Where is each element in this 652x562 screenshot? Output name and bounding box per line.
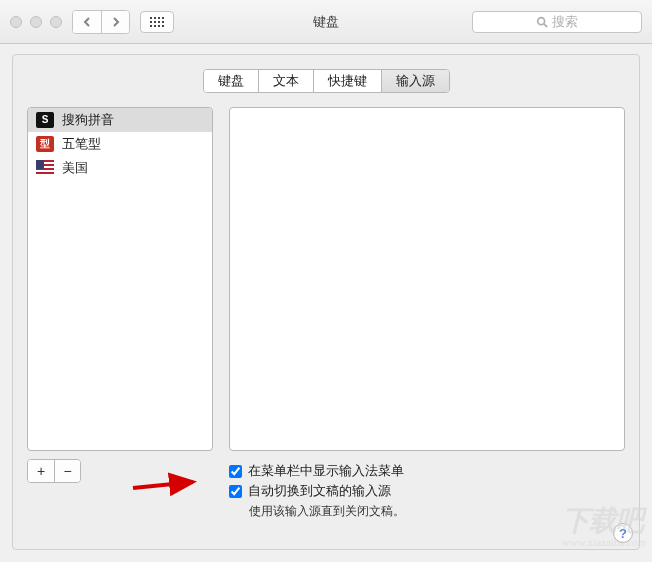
keyboard-preview — [229, 107, 625, 451]
tab-keyboard[interactable]: 键盘 — [204, 70, 258, 92]
toolbar: 键盘 搜索 — [0, 0, 652, 44]
sogou-icon: S — [36, 112, 54, 128]
auto-switch-help: 使用该输入源直到关闭文稿。 — [249, 503, 625, 520]
input-source-list[interactable]: S搜狗拼音型五笔型美国 — [27, 107, 213, 451]
search-placeholder: 搜索 — [552, 13, 578, 31]
tab-shortcuts[interactable]: 快捷键 — [313, 70, 381, 92]
auto-switch-label: 自动切换到文稿的输入源 — [248, 482, 391, 500]
tab-text[interactable]: 文本 — [258, 70, 313, 92]
add-remove-group: + − — [27, 459, 81, 483]
tabs-bar: 键盘文本快捷键输入源 — [27, 69, 625, 93]
back-button[interactable] — [73, 11, 101, 33]
wubi-icon: 型 — [36, 136, 54, 152]
chevron-left-icon — [82, 17, 92, 27]
auto-switch-checkbox[interactable] — [229, 485, 242, 498]
nav-back-forward — [72, 10, 130, 34]
traffic-lights — [10, 16, 62, 28]
help-button[interactable]: ? — [613, 523, 633, 543]
search-icon — [536, 16, 548, 28]
show-input-menu-checkbox[interactable] — [229, 465, 242, 478]
input-source-label: 搜狗拼音 — [62, 111, 114, 129]
tab-input[interactable]: 输入源 — [381, 70, 449, 92]
show-input-menu-label: 在菜单栏中显示输入法菜单 — [248, 462, 404, 480]
search-field[interactable]: 搜索 — [472, 11, 642, 33]
grid-icon — [150, 17, 164, 27]
close-window-button[interactable] — [10, 16, 22, 28]
minimize-window-button[interactable] — [30, 16, 42, 28]
svg-point-0 — [538, 17, 545, 24]
input-source-row[interactable]: 型五笔型 — [28, 132, 212, 156]
input-source-label: 五笔型 — [62, 135, 101, 153]
show-input-menu-row[interactable]: 在菜单栏中显示输入法菜单 — [229, 461, 625, 481]
auto-switch-row[interactable]: 自动切换到文稿的输入源 — [229, 481, 625, 501]
forward-button[interactable] — [101, 11, 129, 33]
input-source-row[interactable]: S搜狗拼音 — [28, 108, 212, 132]
content-pane: 键盘文本快捷键输入源 S搜狗拼音型五笔型美国 + − 在菜单栏中显示输入法菜单 … — [12, 54, 640, 550]
us-icon — [36, 160, 54, 176]
chevron-right-icon — [111, 17, 121, 27]
remove-source-button[interactable]: − — [54, 460, 80, 482]
input-source-label: 美国 — [62, 159, 88, 177]
show-all-button[interactable] — [140, 11, 174, 33]
add-source-button[interactable]: + — [28, 460, 54, 482]
zoom-window-button[interactable] — [50, 16, 62, 28]
svg-line-1 — [544, 23, 547, 26]
input-source-row[interactable]: 美国 — [28, 156, 212, 180]
